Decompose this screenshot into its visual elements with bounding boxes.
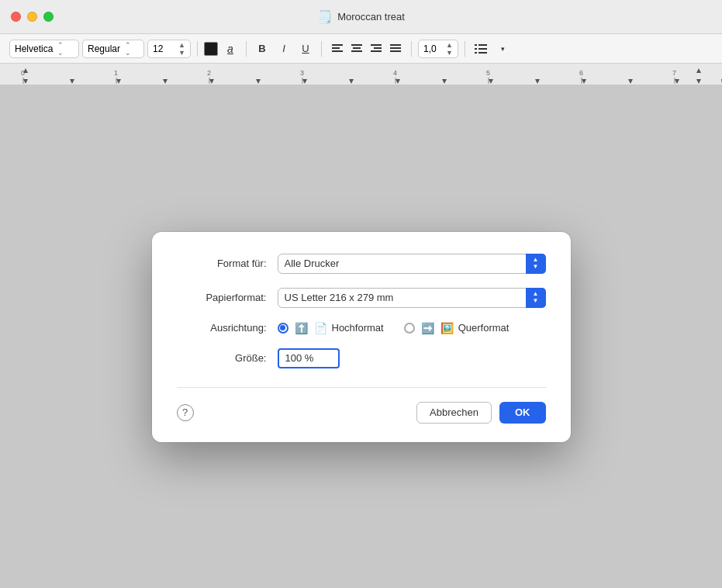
font-family-chevron-icon: ⌃⌄	[57, 41, 64, 57]
list-chevron-button[interactable]: ▾	[493, 40, 512, 58]
window-title-text: Moroccan treat	[337, 11, 405, 22]
orientation-row: Ausrichtung: ⬆️ 📄 Hochformat ➡️ 🖼️ Querf…	[177, 322, 546, 334]
dialog-footer: ? Abbrechen OK	[177, 402, 546, 424]
svg-rect-4	[351, 44, 362, 46]
portrait-icon: ⬆️	[295, 322, 308, 334]
close-button[interactable]	[11, 12, 21, 22]
svg-text:6: 6	[579, 69, 583, 77]
minimize-button[interactable]	[27, 12, 37, 22]
svg-rect-9	[374, 47, 382, 49]
svg-rect-5	[353, 47, 361, 49]
document-icon: 🗒️	[317, 9, 333, 24]
line-spacing-chevron-icon: ▲▼	[446, 41, 453, 57]
format-select-wrapper: Alle Drucker ▲ ▼	[278, 254, 546, 274]
window-controls	[11, 12, 54, 22]
paper-label: Papierformat:	[177, 292, 278, 303]
format-row: Format für: Alle Drucker ▲ ▼	[177, 254, 546, 274]
size-label: Größe:	[177, 352, 278, 364]
separator-5	[465, 41, 465, 57]
format-select[interactable]: Alle Drucker	[278, 254, 546, 274]
orientation-label: Ausrichtung:	[177, 322, 278, 334]
size-row: Größe:	[177, 348, 546, 368]
svg-rect-10	[371, 50, 382, 52]
font-size-selector[interactable]: 12 ▲▼	[147, 40, 191, 58]
align-center-button[interactable]	[347, 40, 366, 58]
separator-3	[321, 41, 322, 57]
svg-text:7: 7	[672, 69, 676, 77]
svg-rect-14	[390, 50, 401, 52]
ok-button[interactable]: OK	[499, 402, 546, 424]
font-style-chevron-icon: ⌃⌄	[125, 41, 131, 57]
align-right-button[interactable]	[367, 40, 385, 58]
svg-rect-22	[0, 64, 722, 85]
landscape-icon: ➡️	[421, 322, 434, 334]
align-justify-button[interactable]	[386, 40, 405, 58]
font-size-value: 12	[153, 43, 163, 54]
svg-rect-6	[351, 50, 362, 52]
svg-rect-8	[371, 44, 382, 46]
svg-text:1: 1	[114, 69, 118, 77]
dialog-divider	[177, 387, 546, 388]
landscape-radio[interactable]	[404, 323, 415, 334]
separator-4	[411, 41, 412, 57]
svg-text:4: 4	[393, 69, 397, 77]
paper-select-wrapper: US Letter 216 x 279 mm ▲ ▼	[278, 288, 546, 308]
help-button[interactable]: ?	[177, 404, 194, 421]
svg-rect-18	[475, 48, 477, 50]
ruler-svg: 0 1 2 3 4 5 6 7	[0, 64, 722, 85]
maximize-button[interactable]	[43, 12, 54, 22]
format-label: Format für:	[177, 258, 278, 269]
line-spacing-selector[interactable]: 1,0 ▲▼	[418, 40, 458, 58]
page-setup-dialog: Format für: Alle Drucker ▲ ▼ Papierforma…	[152, 232, 571, 442]
line-spacing-value: 1,0	[423, 43, 437, 54]
paper-select[interactable]: US Letter 216 x 279 mm	[278, 288, 546, 308]
svg-rect-19	[478, 48, 487, 50]
orientation-options: ⬆️ 📄 Hochformat ➡️ 🖼️ Querformat	[278, 322, 510, 334]
cancel-button[interactable]: Abbrechen	[416, 402, 492, 424]
font-family-selector[interactable]: Helvetica ⌃⌄	[9, 40, 79, 58]
portrait-radio[interactable]	[278, 323, 288, 334]
svg-rect-21	[478, 52, 487, 54]
window-title: 🗒️ Moroccan treat	[317, 9, 405, 24]
text-style-button[interactable]: a	[221, 40, 240, 58]
font-style-value: Regular	[88, 43, 120, 54]
alignment-buttons	[328, 40, 405, 58]
svg-text:2: 2	[207, 69, 211, 77]
separator-1	[197, 41, 198, 57]
landscape-page-icon: 🖼️	[440, 322, 454, 334]
separator-2	[246, 41, 247, 57]
landscape-option[interactable]: ➡️ 🖼️ Querformat	[404, 322, 510, 334]
svg-rect-0	[332, 44, 343, 46]
portrait-option[interactable]: ⬆️ 📄 Hochformat	[278, 322, 384, 334]
footer-buttons: Abbrechen OK	[416, 402, 545, 424]
content-area: Format für: Alle Drucker ▲ ▼ Papierforma…	[0, 85, 722, 588]
landscape-label: Querformat	[458, 322, 510, 334]
svg-rect-16	[475, 44, 477, 46]
svg-rect-17	[478, 44, 487, 46]
svg-text:5: 5	[486, 69, 490, 77]
svg-rect-12	[390, 44, 401, 46]
bold-button[interactable]: B	[253, 40, 271, 58]
size-input[interactable]	[278, 348, 340, 368]
svg-rect-1	[332, 47, 340, 49]
portrait-label: Hochformat	[332, 322, 384, 334]
svg-rect-20	[475, 52, 477, 54]
underline-button[interactable]: U	[296, 40, 315, 58]
font-family-value: Helvetica	[15, 43, 53, 54]
list-button[interactable]	[472, 40, 490, 58]
text-color-swatch[interactable]	[204, 42, 218, 56]
align-left-button[interactable]	[328, 40, 347, 58]
italic-button[interactable]: I	[275, 40, 293, 58]
svg-rect-2	[332, 50, 343, 52]
font-style-selector[interactable]: Regular ⌃⌄	[82, 40, 144, 58]
toolbar: Helvetica ⌃⌄ Regular ⌃⌄ 12 ▲▼ a B I U	[0, 34, 722, 64]
paper-row: Papierformat: US Letter 216 x 279 mm ▲ ▼	[177, 288, 546, 308]
ruler: 0 1 2 3 4 5 6 7	[0, 64, 722, 85]
title-bar: 🗒️ Moroccan treat	[0, 0, 722, 34]
portrait-page-icon: 📄	[314, 322, 327, 334]
svg-text:3: 3	[300, 69, 304, 77]
font-size-chevron-icon: ▲▼	[178, 41, 185, 57]
svg-rect-13	[390, 47, 401, 49]
